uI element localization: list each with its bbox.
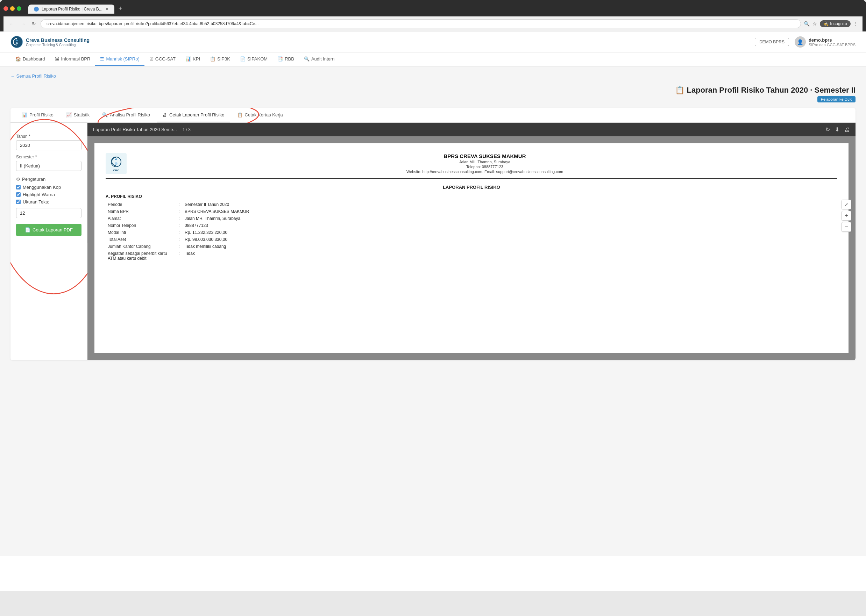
page-title: 📋 Laporan Profil Risiko Tahun 2020 · Sem… (11, 86, 855, 95)
pdf-field-key: Jumlah Kantor Cabang (105, 243, 176, 250)
zoom-fit-btn[interactable]: ⤢ (841, 200, 851, 209)
user-name: demo.bprs (809, 38, 855, 42)
nav-label-informasi-bpr: Informasi BPR (61, 56, 91, 61)
home-icon: 🏠 (16, 56, 21, 61)
pdf-field-key: Alamat (105, 215, 176, 222)
zoom-in-btn[interactable]: + (841, 211, 851, 221)
site-logo: Creva Business Consulting Corporate Trai… (11, 36, 90, 48)
checkbox-ukuran-input[interactable] (16, 200, 20, 204)
semester-label: Semester * (16, 154, 82, 159)
left-panel-container: Tahun * Semester * ⚙ Pengaturan Mengguna… (11, 123, 87, 360)
address-bar-container: ← → ↻ creva.id/manajemen_risiko_bprs/lap… (3, 16, 863, 31)
semester-input[interactable] (16, 161, 82, 171)
settings-gear-icon: ⚙ (16, 176, 20, 182)
svg-point-1 (16, 42, 18, 44)
url-bar[interactable]: creva.id/manajemen_risiko_bprs/laporan_p… (41, 19, 801, 28)
pdf-table-row: Total Aset : Rp. 98.003.030.330,00 (105, 236, 837, 243)
user-subtitle: SIPro dan GCG-SAT BPRS (809, 42, 855, 47)
pdf-toolbar: Laporan Profil Risiko Tahun 2020 Seme...… (87, 123, 855, 136)
nav-item-dashboard[interactable]: 🏠 Dashboard (11, 53, 50, 66)
nav-item-kpi[interactable]: 📊 KPI (181, 53, 205, 66)
pdf-table-row: Alamat : Jalan MH. Thamrin, Surabaya (105, 215, 837, 222)
bank-icon: 🏛 (55, 56, 60, 61)
tab-statistik[interactable]: 📈 Statistik (60, 108, 96, 123)
reload-button[interactable]: ↻ (30, 20, 38, 27)
nav-item-manrisk[interactable]: ☰ Manrisk (SIPRo) (95, 53, 144, 66)
pdf-download-btn[interactable]: ⬇ (835, 126, 839, 133)
pdf-table-row: Periode : Semester II Tahun 2020 (105, 201, 837, 208)
pdf-field-key: Kegiatan sebagai penerbit kartu ATM atau… (105, 250, 176, 262)
incognito-icon: 🕵 (823, 21, 828, 26)
pdf-table-row: Modal Inti : Rp. 11.232.323.220,00 (105, 229, 837, 236)
pdf-field-value: 0888777123 (183, 222, 837, 229)
kpi-icon: 📊 (185, 56, 191, 61)
pdf-print-btn[interactable]: 🖨 (844, 127, 850, 133)
minimize-button[interactable] (10, 6, 15, 11)
ukuran-teks-input[interactable] (16, 208, 82, 218)
header-right: DEMO BPRS 👤 demo.bprs SIPro dan GCG-SAT … (755, 36, 855, 47)
tab-title: Laporan Profil Risiko | Creva B... (42, 7, 102, 11)
nav-item-gcg-sat[interactable]: ☑ GCG-SAT (145, 53, 181, 66)
pdf-field-colon: : (176, 208, 183, 215)
menu-icon[interactable]: ⋮ (853, 21, 858, 27)
browser-chrome: Laporan Profil Risiko | Creva B... ✕ + ←… (0, 0, 866, 31)
tabs-wrapper: 📊 Profil Risiko 📈 Statistik 🔍 Analisa Pr… (11, 108, 855, 123)
nav-item-sip3k[interactable]: 📋 SIP3K (205, 53, 235, 66)
profil-risiko-tab-label: Profil Risiko (29, 112, 54, 118)
pdf-field-key: Modal Inti (105, 229, 176, 236)
pdf-field-key: Periode (105, 201, 176, 208)
pdf-field-colon: : (176, 215, 183, 222)
incognito-badge: 🕵 Incognito (820, 20, 850, 27)
profil-risiko-tab-icon: 📊 (22, 112, 27, 118)
tab-profil-risiko[interactable]: 📊 Profil Risiko (16, 108, 59, 123)
zoom-out-btn[interactable]: − (841, 222, 851, 232)
zoom-controls: ⤢ + − (841, 200, 851, 232)
checkbox-kop: Menggunakan Kop (16, 185, 82, 190)
tab-analisa[interactable]: 🔍 Analisa Profil Risiko (96, 108, 156, 123)
nav-item-informasi-bpr[interactable]: 🏛 Informasi BPR (50, 53, 96, 66)
active-tab[interactable]: Laporan Profil Risiko | Creva B... ✕ (28, 5, 114, 14)
maximize-button[interactable] (17, 6, 21, 11)
new-tab-button[interactable]: + (116, 3, 125, 14)
browser-nav-icons: 🔍 ☆ 🕵 Incognito ⋮ (804, 20, 858, 27)
pdf-refresh-btn[interactable]: ↻ (825, 126, 830, 133)
pdf-field-colon: : (176, 229, 183, 236)
pdf-content: CBC BPRS CREVA SUKSES MAKMUR Jalan MH. T… (87, 136, 855, 360)
forward-button[interactable]: → (19, 20, 27, 27)
back-link[interactable]: ← Semua Profil Risiko (11, 74, 56, 79)
pdf-field-value: Tidak memiliki cabang (183, 243, 837, 250)
pdf-controls: ↻ ⬇ 🖨 (825, 126, 850, 133)
tab-cetak-kertas[interactable]: 📋 Cetak Kertas Kerja (231, 108, 288, 123)
pdf-company-name: BPRS CREVA SUKSES MAKMUR (132, 153, 837, 159)
pdf-page: CBC BPRS CREVA SUKSES MAKMUR Jalan MH. T… (94, 143, 849, 353)
checkbox-highlight-label: Highlight Warna (23, 192, 55, 197)
checkbox-kop-label: Menggunakan Kop (23, 185, 61, 190)
tab-close-icon[interactable]: ✕ (105, 7, 109, 11)
back-button[interactable]: ← (8, 20, 16, 27)
close-button[interactable] (3, 6, 8, 11)
page-wrapper: Creva Business Consulting Corporate Trai… (0, 31, 866, 591)
bookmark-icon[interactable]: ☆ (812, 21, 817, 27)
pdf-field-colon: : (176, 222, 183, 229)
svg-text:CBC: CBC (113, 169, 119, 172)
checkbox-highlight-input[interactable] (16, 192, 20, 197)
pdf-title-area: Laporan Profil Risiko Tahun 2020 Seme...… (93, 127, 191, 132)
pdf-field-key: Total Aset (105, 236, 176, 243)
audit-icon: 🔍 (304, 56, 310, 61)
cetak-laporan-btn[interactable]: 📄 Cetak Laporan PDF (16, 224, 82, 236)
tahun-input[interactable] (16, 140, 82, 150)
logo-svg-icon (11, 36, 23, 48)
tab-cetak-laporan[interactable]: 🖨 Cetak Laporan Profil Risiko (157, 108, 230, 123)
page-header: 📋 Laporan Profil Risiko Tahun 2020 · Sem… (11, 86, 855, 102)
nav-item-audit-intern[interactable]: 🔍 Audit Intern (299, 53, 340, 66)
ukuran-teks-label: Ukuran Teks: (23, 199, 49, 204)
pdf-field-colon: : (176, 250, 183, 262)
svg-point-6 (115, 162, 118, 165)
nav-item-rbb[interactable]: 📑 RBB (272, 53, 299, 66)
pdf-company-phone: Telepon: 0888777123 (132, 165, 837, 169)
checkbox-kop-input[interactable] (16, 185, 20, 190)
search-icon[interactable]: 🔍 (804, 21, 810, 27)
site-header: Creva Business Consulting Corporate Trai… (0, 31, 866, 53)
nav-item-sipakom[interactable]: 📄 SIPAKOM (235, 53, 272, 66)
nav-label-sipakom: SIPAKOM (247, 56, 268, 61)
